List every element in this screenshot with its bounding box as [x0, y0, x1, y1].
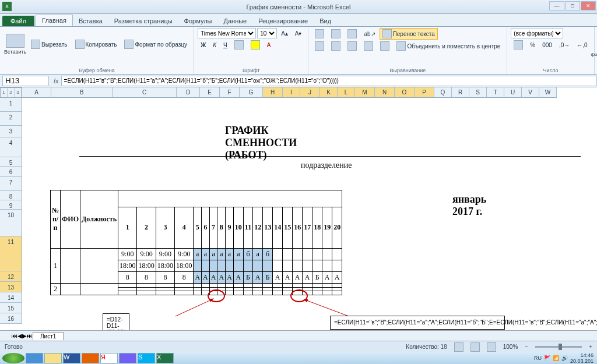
- orientation-button[interactable]: ab↗: [361, 30, 378, 38]
- view-normal-icon[interactable]: [454, 342, 463, 352]
- align-left-button[interactable]: [312, 40, 327, 52]
- col-header-S[interactable]: S: [469, 87, 487, 98]
- col-header-H[interactable]: H: [263, 87, 283, 98]
- shrink-font-button[interactable]: A▾: [292, 29, 305, 38]
- currency-button[interactable]: [511, 39, 526, 51]
- row-header-4[interactable]: 4: [0, 137, 22, 157]
- align-top-button[interactable]: [312, 28, 327, 40]
- outline-3[interactable]: 3: [15, 88, 22, 97]
- bold-button[interactable]: Ж: [198, 41, 209, 50]
- col-header-A[interactable]: A: [22, 87, 51, 98]
- zoom-out[interactable]: −: [525, 344, 528, 350]
- taskbar-viber-icon[interactable]: [119, 353, 136, 363]
- tray-lang[interactable]: RU: [534, 355, 542, 361]
- tab-layout[interactable]: Разметка страницы: [108, 16, 178, 26]
- outline-2[interactable]: 2: [8, 88, 15, 97]
- col-header-J[interactable]: J: [300, 87, 320, 98]
- border-button[interactable]: [231, 39, 247, 51]
- file-tab[interactable]: Файл: [2, 16, 34, 26]
- grow-font-button[interactable]: A▴: [278, 29, 291, 38]
- row-header-3[interactable]: 3: [0, 126, 22, 137]
- annotation-1[interactable]: =D12-D11-"01:00": [103, 313, 129, 330]
- row-header-8[interactable]: 8: [0, 191, 22, 200]
- copy-button[interactable]: Копировать: [72, 38, 120, 50]
- row-header-5[interactable]: 5: [0, 157, 22, 167]
- fill-color-button[interactable]: [248, 39, 263, 51]
- minimize-button[interactable]: ―: [549, 1, 564, 10]
- tray-vol-icon[interactable]: 🔊: [561, 355, 568, 361]
- col-header-U[interactable]: U: [504, 87, 522, 98]
- name-box[interactable]: [2, 76, 49, 86]
- col-header-V[interactable]: V: [522, 87, 539, 98]
- col-header-G[interactable]: G: [240, 87, 263, 98]
- tab-data[interactable]: Данные: [217, 16, 252, 26]
- worksheet-grid[interactable]: 1 2 3 ABCDEFGHIJKLMNOPQRSTUVW 1234567891…: [0, 87, 597, 330]
- align-center-button[interactable]: [328, 40, 343, 52]
- italic-button[interactable]: К: [210, 41, 219, 50]
- col-header-E[interactable]: E: [200, 87, 220, 98]
- font-family-combo[interactable]: Times New Roman: [198, 28, 256, 38]
- font-color-button[interactable]: A: [264, 41, 274, 50]
- view-break-icon[interactable]: [487, 342, 496, 352]
- dec-decimal-button[interactable]: ←,0: [574, 41, 590, 50]
- col-header-F[interactable]: F: [220, 87, 240, 98]
- row-header-11[interactable]: 11: [0, 236, 22, 271]
- row-header-6[interactable]: 6: [0, 167, 22, 177]
- col-header-N[interactable]: N: [375, 87, 395, 98]
- start-button[interactable]: [2, 353, 24, 363]
- tab-formulas[interactable]: Формулы: [178, 16, 218, 26]
- tray-flag-icon[interactable]: 🚩: [544, 355, 550, 361]
- taskbar-explorer-icon[interactable]: [44, 353, 62, 363]
- row-header-13[interactable]: 13: [0, 282, 22, 292]
- inc-decimal-button[interactable]: ,0→: [556, 41, 573, 50]
- row-header-15[interactable]: 15: [0, 303, 22, 313]
- col-header-C[interactable]: C: [113, 87, 177, 98]
- taskbar-firefox-icon[interactable]: [82, 353, 99, 363]
- taskbar-excel-icon[interactable]: X: [156, 353, 174, 363]
- col-header-O[interactable]: O: [395, 87, 415, 98]
- percent-button[interactable]: %: [527, 41, 538, 50]
- col-header-M[interactable]: M: [355, 87, 375, 98]
- row-header-10[interactable]: 10: [0, 210, 22, 236]
- fx-icon[interactable]: fx: [54, 77, 59, 84]
- taskbar-word-icon[interactable]: W: [63, 353, 80, 363]
- row-header-9[interactable]: 9: [0, 200, 22, 210]
- row-header-7[interactable]: 7: [0, 177, 22, 191]
- annotation-2[interactable]: =ЕСЛИ(H11="в";"В";ЕСЛИ(H11="а";"А";ЕСЛИ(…: [330, 316, 505, 330]
- merge-button[interactable]: Объединить и поместить в центре: [394, 40, 503, 52]
- tab-home[interactable]: Главная: [36, 15, 73, 26]
- taskbar-yandex-icon[interactable]: Я: [100, 353, 118, 363]
- col-header-I[interactable]: I: [283, 87, 300, 98]
- row-header-14[interactable]: 14: [0, 292, 22, 303]
- outline-1[interactable]: 1: [1, 88, 8, 97]
- col-header-L[interactable]: L: [338, 87, 355, 98]
- align-right-button[interactable]: [345, 40, 360, 52]
- close-button[interactable]: ✕: [581, 1, 596, 10]
- zoom-slider[interactable]: [535, 346, 582, 348]
- col-header-B[interactable]: B: [51, 87, 113, 98]
- indent-inc-button[interactable]: [377, 40, 392, 52]
- tab-review[interactable]: Рецензирование: [252, 16, 314, 26]
- col-header-R[interactable]: R: [452, 87, 469, 98]
- taskbar-ie-icon[interactable]: [26, 353, 43, 363]
- sheet-tab-1[interactable]: Лист1: [33, 332, 64, 340]
- comma-button[interactable]: 000: [539, 41, 555, 50]
- row-header-2[interactable]: 2: [0, 112, 22, 126]
- zoom-in[interactable]: +: [589, 344, 592, 350]
- indent-dec-button[interactable]: [361, 40, 376, 52]
- paste-button[interactable]: Вставить: [3, 28, 27, 61]
- cut-button[interactable]: Вырезать: [28, 38, 70, 50]
- col-header-T[interactable]: T: [487, 87, 504, 98]
- format-painter-button[interactable]: Формат по образцу: [121, 38, 190, 50]
- col-header-Q[interactable]: Q: [434, 87, 452, 98]
- align-bot-button[interactable]: [345, 28, 360, 40]
- col-header-W[interactable]: W: [539, 87, 557, 98]
- row-header-1[interactable]: 1: [0, 98, 22, 112]
- tray-net-icon[interactable]: 📶: [553, 355, 559, 361]
- number-format-combo[interactable]: (все форматы): [511, 28, 563, 38]
- wrap-text-button[interactable]: Перенос текста: [380, 28, 438, 40]
- sheet-nav-next[interactable]: ▶: [22, 333, 27, 339]
- col-header-K[interactable]: K: [320, 87, 338, 98]
- row-header-16[interactable]: 16: [0, 313, 22, 324]
- sheet-nav-prev[interactable]: ◀: [17, 333, 22, 339]
